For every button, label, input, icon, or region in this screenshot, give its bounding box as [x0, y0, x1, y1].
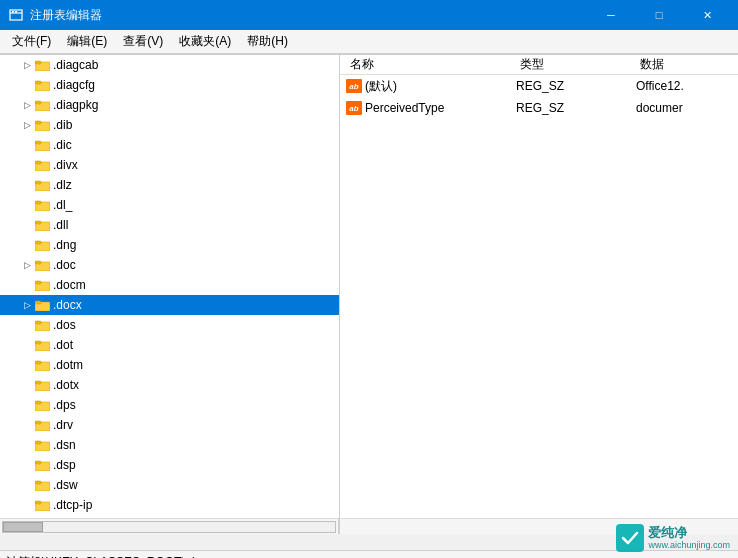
folder-icon-diagcfg	[34, 77, 50, 93]
svg-rect-78	[35, 421, 41, 424]
watermark-icon	[616, 524, 644, 552]
svg-rect-38	[35, 221, 41, 224]
svg-rect-66	[35, 361, 41, 364]
expand-arrow-dps	[20, 398, 34, 412]
reg-icon-0: ab	[346, 79, 362, 93]
tree-item-dotx[interactable]: .dotx	[0, 375, 339, 395]
tree-item-diagcfg[interactable]: .diagcfg	[0, 75, 339, 95]
tree-label-diagpkg: .diagpkg	[53, 98, 98, 112]
tree-item-dtcp-ip[interactable]: .dtcp-ip	[0, 495, 339, 515]
hscroll-track	[2, 521, 336, 533]
menu-item-v[interactable]: 查看(V)	[115, 31, 171, 53]
expand-arrow-diagpkg[interactable]: ▷	[20, 98, 34, 112]
maximize-button[interactable]: □	[636, 0, 682, 30]
expand-arrow-dsn	[20, 438, 34, 452]
title-bar: 注册表编辑器 ─ □ ✕	[0, 0, 738, 30]
folder-icon-dtcp-ip	[34, 497, 50, 513]
folder-icon-dps	[34, 397, 50, 413]
tree-item-dot[interactable]: .dot	[0, 335, 339, 355]
tree-label-dsn: .dsn	[53, 438, 76, 452]
tree-scroll[interactable]: ▷ .diagcab .diagcfg▷ .diagpkg▷ .dib .dic…	[0, 55, 339, 518]
tree-item-dsn[interactable]: .dsn	[0, 435, 339, 455]
folder-icon-diagcab	[34, 57, 50, 73]
svg-rect-58	[35, 321, 41, 324]
expand-arrow-dic	[20, 138, 34, 152]
tree-label-divx: .divx	[53, 158, 78, 172]
expand-arrow-dos	[20, 318, 34, 332]
svg-rect-10	[35, 81, 41, 84]
tree-item-diagcab[interactable]: ▷ .diagcab	[0, 55, 339, 75]
expand-arrow-dng	[20, 238, 34, 252]
menu-item-e[interactable]: 编辑(E)	[59, 31, 115, 53]
cell-data-0: Office12.	[636, 79, 732, 93]
menu-item-f[interactable]: 文件(F)	[4, 31, 59, 53]
expand-arrow-docx[interactable]: ▷	[20, 298, 34, 312]
expand-arrow-diagcfg	[20, 78, 34, 92]
expand-arrow-doc[interactable]: ▷	[20, 258, 34, 272]
watermark-cn: 爱纯净	[648, 525, 730, 541]
tree-item-docm[interactable]: .docm	[0, 275, 339, 295]
cell-name-1: abPerceivedType	[346, 101, 516, 115]
tree-label-dsp: .dsp	[53, 458, 76, 472]
menu-item-h[interactable]: 帮助(H)	[239, 31, 296, 53]
minimize-button[interactable]: ─	[588, 0, 634, 30]
svg-rect-14	[35, 101, 41, 104]
menu-bar: 文件(F)编辑(E)查看(V)收藏夹(A)帮助(H)	[0, 30, 738, 54]
tree-label-dotm: .dotm	[53, 358, 83, 372]
main-content: ▷ .diagcab .diagcfg▷ .diagpkg▷ .dib .dic…	[0, 54, 738, 534]
svg-rect-26	[35, 161, 41, 164]
right-scroll[interactable]: ab(默认)REG_SZOffice12.abPerceivedTypeREG_…	[340, 75, 738, 518]
svg-rect-46	[35, 261, 41, 264]
folder-icon-docx	[34, 297, 50, 313]
svg-rect-90	[35, 481, 41, 484]
menu-item-a[interactable]: 收藏夹(A)	[171, 31, 239, 53]
folder-icon-dos	[34, 317, 50, 333]
folder-icon-dl_	[34, 197, 50, 213]
watermark-text: 爱纯净 www.aichunjing.com	[648, 525, 730, 551]
expand-arrow-diagcab[interactable]: ▷	[20, 58, 34, 72]
hscroll-thumb[interactable]	[3, 522, 43, 532]
right-row-1[interactable]: abPerceivedTypeREG_SZdocumer	[340, 97, 738, 119]
svg-rect-62	[35, 341, 41, 344]
tree-item-doc[interactable]: ▷ .doc	[0, 255, 339, 275]
tree-horizontal-scrollbar[interactable]	[0, 518, 339, 534]
tree-item-drv[interactable]: .drv	[0, 415, 339, 435]
tree-item-dotm[interactable]: .dotm	[0, 355, 339, 375]
tree-label-dot: .dot	[53, 338, 73, 352]
tree-item-divx[interactable]: .divx	[0, 155, 339, 175]
tree-item-dic[interactable]: .dic	[0, 135, 339, 155]
tree-label-docx: .docx	[53, 298, 82, 312]
cell-type-1: REG_SZ	[516, 101, 636, 115]
close-button[interactable]: ✕	[684, 0, 730, 30]
watermark-en: www.aichunjing.com	[648, 540, 730, 551]
expand-arrow-dib[interactable]: ▷	[20, 118, 34, 132]
window-controls: ─ □ ✕	[588, 0, 730, 30]
folder-icon-diagpkg	[34, 97, 50, 113]
tree-label-dps: .dps	[53, 398, 76, 412]
tree-label-docm: .docm	[53, 278, 86, 292]
folder-icon-dsn	[34, 437, 50, 453]
tree-item-dib[interactable]: ▷ .dib	[0, 115, 339, 135]
tree-item-docx[interactable]: ▷ .docx	[0, 295, 339, 315]
folder-icon-divx	[34, 157, 50, 173]
expand-arrow-dtcp-ip	[20, 498, 34, 512]
tree-label-dib: .dib	[53, 118, 72, 132]
tree-label-dl_: .dl_	[53, 198, 72, 212]
tree-item-dsw[interactable]: .dsw	[0, 475, 339, 495]
right-row-0[interactable]: ab(默认)REG_SZOffice12.	[340, 75, 738, 97]
svg-rect-54	[35, 301, 41, 304]
tree-item-dps[interactable]: .dps	[0, 395, 339, 415]
folder-icon-dll	[34, 217, 50, 233]
tree-label-dotx: .dotx	[53, 378, 79, 392]
tree-item-dlz[interactable]: .dlz	[0, 175, 339, 195]
tree-item-diagpkg[interactable]: ▷ .diagpkg	[0, 95, 339, 115]
svg-rect-18	[35, 121, 41, 124]
tree-item-dos[interactable]: .dos	[0, 315, 339, 335]
tree-item-dll[interactable]: .dll	[0, 215, 339, 235]
tree-item-dng[interactable]: .dng	[0, 235, 339, 255]
tree-item-dsp[interactable]: .dsp	[0, 455, 339, 475]
tree-panel: ▷ .diagcab .diagcfg▷ .diagpkg▷ .dib .dic…	[0, 55, 340, 534]
folder-icon-doc	[34, 257, 50, 273]
cell-type-0: REG_SZ	[516, 79, 636, 93]
tree-item-dl_[interactable]: .dl_	[0, 195, 339, 215]
